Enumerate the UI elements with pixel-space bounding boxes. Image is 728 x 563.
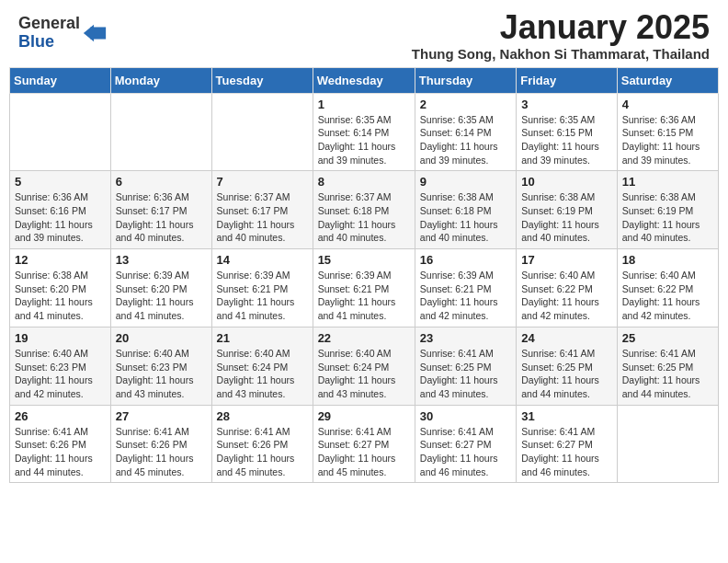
month-title: January 2025: [412, 9, 710, 46]
calendar-cell: 21Sunrise: 6:40 AM Sunset: 6:24 PM Dayli…: [211, 327, 313, 405]
day-info: Sunrise: 6:40 AM Sunset: 6:24 PM Dayligh…: [217, 347, 308, 401]
column-header-saturday: Saturday: [617, 67, 718, 93]
day-info: Sunrise: 6:35 AM Sunset: 6:15 PM Dayligh…: [521, 113, 612, 167]
column-header-sunday: Sunday: [10, 67, 111, 93]
calendar-cell: 16Sunrise: 6:39 AM Sunset: 6:21 PM Dayli…: [415, 249, 516, 327]
calendar-cell: 17Sunrise: 6:40 AM Sunset: 6:22 PM Dayli…: [517, 249, 618, 327]
day-number: 18: [622, 253, 713, 267]
calendar-cell: 26Sunrise: 6:41 AM Sunset: 6:26 PM Dayli…: [10, 405, 111, 483]
calendar-cell: 11Sunrise: 6:38 AM Sunset: 6:19 PM Dayli…: [617, 171, 718, 249]
day-number: 2: [420, 98, 511, 111]
day-number: 22: [318, 331, 410, 345]
page-header: General Blue January 2025 Thung Song, Na…: [9, 9, 719, 62]
calendar-week-row: 12Sunrise: 6:38 AM Sunset: 6:20 PM Dayli…: [10, 249, 719, 327]
calendar-cell: 3Sunrise: 6:35 AM Sunset: 6:15 PM Daylig…: [517, 93, 618, 171]
day-info: Sunrise: 6:40 AM Sunset: 6:23 PM Dayligh…: [116, 347, 207, 401]
calendar-cell: 1Sunrise: 6:35 AM Sunset: 6:14 PM Daylig…: [313, 93, 415, 171]
calendar-week-row: 1Sunrise: 6:35 AM Sunset: 6:14 PM Daylig…: [10, 93, 719, 171]
calendar-cell: 22Sunrise: 6:40 AM Sunset: 6:24 PM Dayli…: [313, 327, 415, 405]
calendar-cell: 5Sunrise: 6:36 AM Sunset: 6:16 PM Daylig…: [10, 171, 111, 249]
day-number: 17: [521, 253, 612, 267]
calendar-cell: [10, 93, 111, 171]
day-number: 8: [318, 175, 410, 189]
day-info: Sunrise: 6:39 AM Sunset: 6:21 PM Dayligh…: [420, 269, 511, 323]
calendar-cell: 25Sunrise: 6:41 AM Sunset: 6:25 PM Dayli…: [617, 327, 718, 405]
calendar-cell: 31Sunrise: 6:41 AM Sunset: 6:27 PM Dayli…: [517, 405, 618, 483]
day-info: Sunrise: 6:40 AM Sunset: 6:23 PM Dayligh…: [15, 347, 106, 401]
column-header-thursday: Thursday: [415, 67, 516, 93]
day-info: Sunrise: 6:38 AM Sunset: 6:19 PM Dayligh…: [622, 190, 713, 245]
calendar-cell: 15Sunrise: 6:39 AM Sunset: 6:21 PM Dayli…: [313, 249, 415, 327]
column-header-friday: Friday: [517, 67, 618, 93]
day-info: Sunrise: 6:41 AM Sunset: 6:25 PM Dayligh…: [622, 347, 713, 401]
column-header-monday: Monday: [110, 67, 211, 93]
calendar-cell: 30Sunrise: 6:41 AM Sunset: 6:27 PM Dayli…: [415, 405, 516, 483]
day-info: Sunrise: 6:41 AM Sunset: 6:26 PM Dayligh…: [116, 425, 207, 479]
day-number: 15: [318, 253, 410, 267]
logo: General Blue: [18, 15, 108, 52]
day-number: 25: [622, 331, 713, 345]
day-info: Sunrise: 6:36 AM Sunset: 6:15 PM Dayligh…: [622, 113, 713, 167]
calendar-week-row: 5Sunrise: 6:36 AM Sunset: 6:16 PM Daylig…: [10, 171, 719, 249]
day-info: Sunrise: 6:39 AM Sunset: 6:21 PM Dayligh…: [318, 269, 410, 323]
calendar-cell: [617, 405, 718, 483]
calendar-cell: 28Sunrise: 6:41 AM Sunset: 6:26 PM Dayli…: [211, 405, 313, 483]
column-header-tuesday: Tuesday: [211, 67, 313, 93]
day-info: Sunrise: 6:41 AM Sunset: 6:27 PM Dayligh…: [420, 425, 511, 479]
day-number: 4: [622, 98, 713, 111]
calendar-cell: 18Sunrise: 6:40 AM Sunset: 6:22 PM Dayli…: [617, 249, 718, 327]
calendar-cell: 20Sunrise: 6:40 AM Sunset: 6:23 PM Dayli…: [110, 327, 211, 405]
svg-marker-1: [84, 24, 94, 41]
day-number: 12: [15, 253, 106, 267]
day-number: 21: [217, 331, 308, 345]
calendar-cell: [211, 93, 313, 171]
logo-blue-text: Blue: [18, 32, 54, 51]
calendar-week-row: 26Sunrise: 6:41 AM Sunset: 6:26 PM Dayli…: [10, 405, 719, 483]
calendar-cell: 2Sunrise: 6:35 AM Sunset: 6:14 PM Daylig…: [415, 93, 516, 171]
day-info: Sunrise: 6:40 AM Sunset: 6:22 PM Dayligh…: [521, 269, 612, 323]
day-number: 5: [15, 175, 106, 189]
day-info: Sunrise: 6:38 AM Sunset: 6:18 PM Dayligh…: [420, 190, 511, 245]
day-info: Sunrise: 6:36 AM Sunset: 6:16 PM Dayligh…: [15, 190, 106, 245]
calendar-cell: 12Sunrise: 6:38 AM Sunset: 6:20 PM Dayli…: [10, 249, 111, 327]
calendar-header-row: SundayMondayTuesdayWednesdayThursdayFrid…: [10, 67, 719, 93]
day-info: Sunrise: 6:41 AM Sunset: 6:27 PM Dayligh…: [318, 425, 410, 479]
calendar-cell: 19Sunrise: 6:40 AM Sunset: 6:23 PM Dayli…: [10, 327, 111, 405]
day-number: 9: [420, 175, 511, 189]
title-block: January 2025 Thung Song, Nakhon Si Thamm…: [412, 9, 710, 62]
day-info: Sunrise: 6:41 AM Sunset: 6:25 PM Dayligh…: [521, 347, 612, 401]
calendar-cell: 10Sunrise: 6:38 AM Sunset: 6:19 PM Dayli…: [517, 171, 618, 249]
day-number: 10: [521, 175, 612, 189]
day-number: 23: [420, 331, 511, 345]
day-info: Sunrise: 6:40 AM Sunset: 6:24 PM Dayligh…: [318, 347, 410, 401]
calendar-cell: 4Sunrise: 6:36 AM Sunset: 6:15 PM Daylig…: [617, 93, 718, 171]
day-number: 20: [116, 331, 207, 345]
calendar-cell: 7Sunrise: 6:37 AM Sunset: 6:17 PM Daylig…: [211, 171, 313, 249]
day-info: Sunrise: 6:37 AM Sunset: 6:18 PM Dayligh…: [318, 190, 410, 245]
day-info: Sunrise: 6:39 AM Sunset: 6:21 PM Dayligh…: [217, 269, 308, 323]
day-number: 27: [116, 409, 207, 423]
day-number: 19: [15, 331, 106, 345]
day-number: 16: [420, 253, 511, 267]
calendar-cell: 29Sunrise: 6:41 AM Sunset: 6:27 PM Dayli…: [313, 405, 415, 483]
day-number: 1: [318, 98, 410, 111]
day-number: 26: [15, 409, 106, 423]
calendar-cell: 23Sunrise: 6:41 AM Sunset: 6:25 PM Dayli…: [415, 327, 516, 405]
calendar-cell: 24Sunrise: 6:41 AM Sunset: 6:25 PM Dayli…: [517, 327, 618, 405]
day-number: 11: [622, 175, 713, 189]
day-number: 24: [521, 331, 612, 345]
calendar-cell: 9Sunrise: 6:38 AM Sunset: 6:18 PM Daylig…: [415, 171, 516, 249]
day-number: 31: [521, 409, 612, 423]
calendar-cell: 13Sunrise: 6:39 AM Sunset: 6:20 PM Dayli…: [110, 249, 211, 327]
day-number: 7: [217, 175, 308, 189]
calendar-cell: 27Sunrise: 6:41 AM Sunset: 6:26 PM Dayli…: [110, 405, 211, 483]
day-number: 13: [116, 253, 207, 267]
day-info: Sunrise: 6:41 AM Sunset: 6:26 PM Dayligh…: [217, 425, 308, 479]
day-number: 3: [521, 98, 612, 111]
calendar-cell: [110, 93, 211, 171]
day-number: 30: [420, 409, 511, 423]
day-info: Sunrise: 6:38 AM Sunset: 6:20 PM Dayligh…: [15, 269, 106, 323]
calendar-table: SundayMondayTuesdayWednesdayThursdayFrid…: [9, 67, 719, 484]
day-info: Sunrise: 6:40 AM Sunset: 6:22 PM Dayligh…: [622, 269, 713, 323]
calendar-cell: 6Sunrise: 6:36 AM Sunset: 6:17 PM Daylig…: [110, 171, 211, 249]
